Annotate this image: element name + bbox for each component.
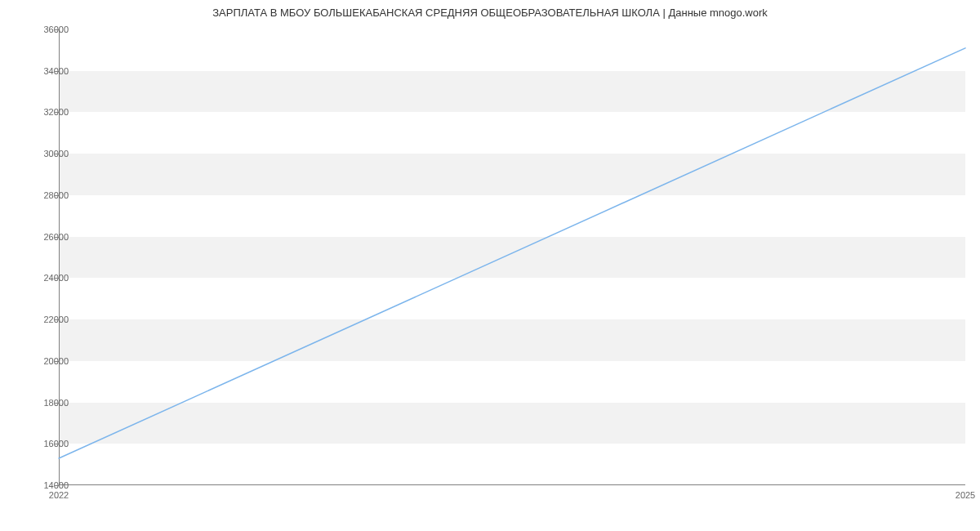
y-tick-mark [55, 112, 59, 113]
y-tick-label: 30000 [20, 149, 69, 158]
y-tick-label: 24000 [20, 273, 69, 283]
y-tick-label: 14000 [20, 480, 69, 490]
y-tick-mark [55, 71, 59, 72]
y-tick-mark [55, 319, 59, 320]
y-tick-label: 34000 [20, 66, 69, 76]
line-series-svg [59, 29, 965, 485]
chart-plot-area [59, 29, 965, 485]
chart-title: ЗАРПЛАТА В МБОУ БОЛЬШЕКАБАНСКАЯ СРЕДНЯЯ … [0, 0, 980, 19]
y-tick-label: 26000 [20, 232, 69, 242]
y-tick-label: 16000 [20, 439, 69, 448]
x-tick-label: 2025 [956, 490, 975, 500]
y-tick-mark [55, 278, 59, 279]
y-tick-mark [55, 361, 59, 362]
x-tick-label: 2022 [49, 490, 69, 500]
y-tick-mark [55, 403, 59, 404]
y-tick-mark [55, 237, 59, 238]
y-tick-label: 36000 [20, 25, 69, 34]
y-tick-label: 18000 [20, 398, 69, 408]
y-tick-mark [55, 485, 59, 486]
y-tick-mark [55, 444, 59, 444]
y-tick-label: 28000 [20, 190, 69, 200]
y-tick-label: 22000 [20, 315, 69, 324]
y-tick-mark [55, 154, 59, 154]
y-tick-mark [55, 29, 59, 30]
data-line [59, 48, 965, 458]
y-tick-label: 32000 [20, 107, 69, 117]
y-tick-label: 20000 [20, 356, 69, 366]
y-tick-mark [55, 195, 59, 196]
